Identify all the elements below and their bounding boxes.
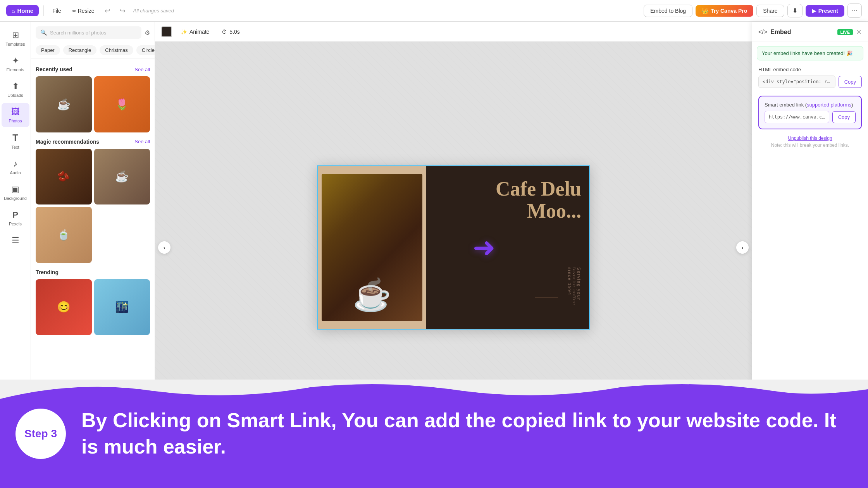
live-badge: LIVE: [837, 29, 853, 35]
home-icon: ⌂: [12, 8, 15, 14]
sidebar-item-photos[interactable]: 🖼 Photos: [2, 103, 29, 127]
filter-rectangle[interactable]: Rectangle: [63, 45, 97, 55]
background-icon: ▣: [11, 184, 19, 194]
embed-close-button[interactable]: ✕: [856, 28, 862, 36]
crown-icon: 👑: [702, 8, 708, 14]
search-icon: 🔍: [40, 29, 47, 36]
magic-photo-1[interactable]: 🫘: [36, 149, 92, 205]
wave-top-svg: [0, 380, 868, 399]
cafe-coffee-image: [322, 174, 422, 321]
trending-photo-1[interactable]: 😊: [36, 279, 92, 335]
timer-icon: ⏱: [222, 29, 227, 35]
filter-circle[interactable]: Circle: [136, 45, 155, 55]
magic-recommendations-title: Magic recommendations: [36, 139, 99, 145]
timer-button[interactable]: ⏱ 5.0s: [218, 27, 243, 37]
recently-used-title: Recently used: [36, 66, 72, 72]
html-code-input[interactable]: <div style="position: relative; width: [758, 76, 835, 88]
share-button[interactable]: Share: [756, 5, 784, 17]
smart-link-label: Smart embed link (supported platforms): [765, 102, 856, 108]
smart-copy-button[interactable]: Copy: [832, 111, 856, 123]
trending-photo-2[interactable]: 🌃: [94, 279, 150, 335]
undo-button[interactable]: ↩: [102, 5, 114, 17]
color-swatch[interactable]: [161, 26, 172, 37]
recently-used-see-all[interactable]: See all: [134, 67, 150, 72]
elements-icon: ✦: [12, 56, 19, 66]
magic-see-all[interactable]: See all: [134, 139, 150, 144]
uploads-icon: ⬆: [12, 81, 19, 91]
canvas-toolbar: ✨ Animate ⏱ 5.0s: [155, 22, 752, 42]
nav-divider: [43, 5, 44, 16]
sidebar-item-background[interactable]: ▣ Background: [2, 180, 29, 204]
code-icon: </>: [758, 29, 767, 36]
sidebar-item-elements[interactable]: ✦ Elements: [2, 52, 29, 76]
cafe-left-panel: [318, 166, 426, 329]
search-input-container[interactable]: 🔍 Search millions of photos: [36, 26, 141, 39]
present-button[interactable]: ▶ Present: [806, 5, 844, 17]
cafe-right-panel: Cafe DeluMoo... Serving yourfavorite cof…: [426, 166, 589, 329]
html-code-row: <div style="position: relative; width Co…: [758, 76, 862, 88]
search-placeholder: Search millions of photos: [50, 30, 137, 36]
home-button[interactable]: ⌂ Home: [6, 5, 39, 16]
audio-icon: ♪: [13, 159, 17, 169]
sidebar-item-templates[interactable]: ⊞ Templates: [2, 26, 29, 50]
redo-button[interactable]: ↪: [117, 5, 129, 17]
smart-link-row: https://www.canva.com/design/DAI Copy: [765, 111, 856, 123]
smart-link-section: Smart embed link (supported platforms) h…: [758, 96, 862, 129]
html-copy-button[interactable]: Copy: [839, 76, 862, 88]
resize-button[interactable]: ⇔ Resize: [68, 5, 98, 16]
cafe-divider-line: [535, 297, 558, 298]
magic-photo-2[interactable]: ☕: [94, 149, 150, 205]
sidebar-more-icon: ☰: [12, 235, 19, 246]
purple-arrow-annotation: ➜: [473, 232, 496, 263]
unpublish-link[interactable]: Unpublish this design: [758, 136, 862, 141]
search-bar: 🔍 Search millions of photos ⚙: [31, 22, 155, 42]
recently-used-grid: ☕ 🌷: [36, 76, 150, 132]
canvas-frame: Cafe DeluMoo... Serving yourfavorite cof…: [317, 165, 590, 330]
canvas-nav-right[interactable]: ›: [736, 241, 749, 254]
trending-title: Trending: [36, 269, 59, 275]
step-circle: Step 3: [16, 409, 66, 459]
canvas-nav-left[interactable]: ‹: [158, 241, 170, 254]
recently-used-photo-1[interactable]: ☕: [36, 76, 92, 132]
embed-title: Embed: [770, 29, 791, 36]
download-button[interactable]: ⬇: [787, 4, 803, 17]
cafe-vertical-text: Serving yourfavorite coffeesince 1994: [567, 267, 581, 306]
magic-recommendations-header: Magic recommendations See all: [36, 139, 150, 145]
recently-used-photo-2[interactable]: 🌷: [94, 76, 150, 132]
animate-icon: ✨: [181, 29, 187, 35]
smart-link-input[interactable]: https://www.canva.com/design/DAI: [765, 111, 829, 123]
filter-christmas[interactable]: Christmas: [100, 45, 133, 55]
embed-to-blog-button[interactable]: Embed to Blog: [644, 5, 692, 17]
pexels-icon: P: [12, 210, 18, 220]
saved-status: All changes saved: [133, 8, 174, 14]
magic-recommendations-grid: 🫘 ☕ 🍵: [36, 149, 150, 263]
embed-title-wrap: </> Embed: [758, 29, 791, 36]
sidebar-item-audio[interactable]: ♪ Audio: [2, 155, 29, 179]
present-icon: ▶: [812, 8, 816, 14]
embed-note: Note: this will break your embed links.: [758, 143, 862, 148]
try-canva-pro-button[interactable]: 👑 Try Canva Pro: [696, 5, 753, 17]
shape-filter-bar: Paper Rectangle Christmas Circle ›: [31, 42, 155, 58]
canvas-inner: Cafe DeluMoo... Serving yourfavorite cof…: [318, 166, 589, 329]
step-number: Step 3: [24, 428, 57, 439]
cafe-title: Cafe DeluMoo...: [496, 178, 581, 222]
sidebar-item-text[interactable]: T Text: [2, 129, 29, 153]
photos-icon: 🖼: [11, 107, 20, 117]
more-options-button[interactable]: ···: [847, 3, 862, 18]
html-code-label: HTML embed code: [758, 67, 862, 72]
magic-photo-3[interactable]: 🍵: [36, 207, 92, 263]
recently-used-header: Recently used See all: [36, 66, 150, 72]
supported-platforms-link[interactable]: supported platforms: [807, 102, 851, 108]
text-icon: T: [12, 132, 18, 143]
banner-text: By Clicking on Smart Link, You can add t…: [81, 407, 845, 460]
trending-grid: 😊 🌃: [36, 279, 150, 335]
embed-success-banner: Your embed links have been created! 🎉: [757, 46, 863, 60]
sidebar-item-uploads[interactable]: ⬆ Uploads: [2, 77, 29, 101]
filter-paper[interactable]: Paper: [36, 45, 60, 55]
filter-button[interactable]: ⚙: [145, 29, 150, 36]
file-menu-button[interactable]: File: [48, 5, 65, 16]
animate-button[interactable]: ✨ Animate: [177, 27, 213, 37]
bottom-banner: Step 3 By Clicking on Smart Link, You ca…: [0, 380, 868, 488]
sidebar-item-more[interactable]: ☰: [2, 232, 29, 249]
sidebar-item-pexels[interactable]: P Pexels: [2, 206, 29, 230]
